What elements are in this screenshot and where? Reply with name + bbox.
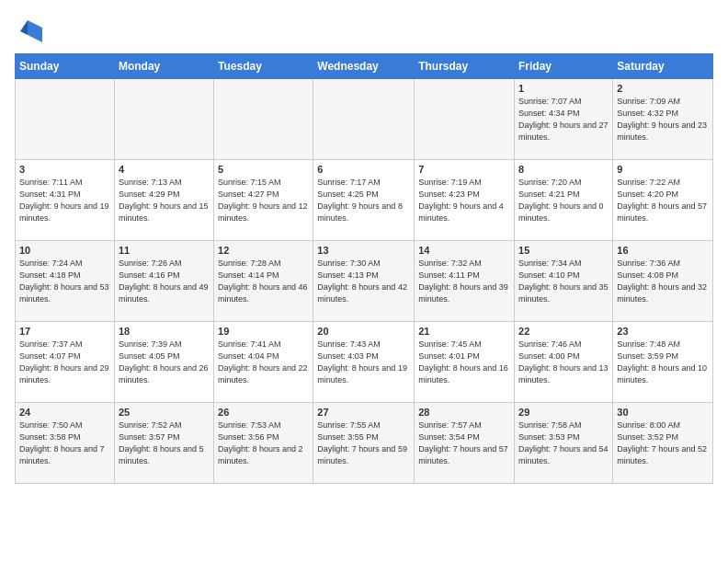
day-number: 24 — [19, 407, 110, 418]
day-number: 11 — [119, 245, 210, 256]
day-number: 21 — [418, 326, 510, 337]
calendar-cell: 19Sunrise: 7:41 AM Sunset: 4:04 PM Dayli… — [214, 322, 313, 403]
day-info: Sunrise: 7:37 AM Sunset: 4:07 PM Dayligh… — [19, 339, 110, 386]
calendar-cell: 7Sunrise: 7:19 AM Sunset: 4:23 PM Daylig… — [415, 160, 515, 241]
week-row-3: 10Sunrise: 7:24 AM Sunset: 4:18 PM Dayli… — [16, 241, 713, 322]
calendar-cell: 6Sunrise: 7:17 AM Sunset: 4:25 PM Daylig… — [313, 160, 415, 241]
calendar-cell: 3Sunrise: 7:11 AM Sunset: 4:31 PM Daylig… — [16, 160, 115, 241]
day-info: Sunrise: 7:28 AM Sunset: 4:14 PM Dayligh… — [218, 258, 309, 305]
day-info: Sunrise: 7:57 AM Sunset: 3:54 PM Dayligh… — [418, 419, 510, 467]
calendar-cell: 12Sunrise: 7:28 AM Sunset: 4:14 PM Dayli… — [214, 241, 313, 322]
day-info: Sunrise: 7:32 AM Sunset: 4:11 PM Dayligh… — [418, 258, 510, 305]
day-number: 12 — [218, 245, 309, 256]
header — [15, 15, 713, 48]
day-number: 20 — [317, 326, 410, 337]
day-info: Sunrise: 7:55 AM Sunset: 3:55 PM Dayligh… — [317, 419, 410, 467]
week-row-2: 3Sunrise: 7:11 AM Sunset: 4:31 PM Daylig… — [16, 160, 713, 241]
day-info: Sunrise: 7:58 AM Sunset: 3:53 PM Dayligh… — [518, 419, 609, 467]
day-info: Sunrise: 7:11 AM Sunset: 4:31 PM Dayligh… — [19, 177, 110, 224]
day-info: Sunrise: 7:52 AM Sunset: 3:57 PM Dayligh… — [119, 419, 210, 467]
calendar-cell: 14Sunrise: 7:32 AM Sunset: 4:11 PM Dayli… — [415, 241, 515, 322]
calendar-cell: 5Sunrise: 7:15 AM Sunset: 4:27 PM Daylig… — [214, 160, 313, 241]
calendar-body: 1Sunrise: 7:07 AM Sunset: 4:34 PM Daylig… — [16, 79, 713, 484]
logo — [15, 15, 44, 48]
calendar-header-row: SundayMondayTuesdayWednesdayThursdayFrid… — [16, 54, 713, 79]
day-number: 28 — [418, 407, 510, 418]
calendar-cell — [214, 79, 313, 160]
day-info: Sunrise: 7:34 AM Sunset: 4:10 PM Dayligh… — [518, 258, 609, 305]
day-info: Sunrise: 8:00 AM Sunset: 3:52 PM Dayligh… — [617, 419, 709, 467]
day-info: Sunrise: 7:19 AM Sunset: 4:23 PM Dayligh… — [418, 177, 510, 224]
calendar-cell: 17Sunrise: 7:37 AM Sunset: 4:07 PM Dayli… — [16, 322, 115, 403]
day-info: Sunrise: 7:50 AM Sunset: 3:58 PM Dayligh… — [19, 419, 110, 467]
day-number: 2 — [617, 83, 709, 94]
calendar-cell: 23Sunrise: 7:48 AM Sunset: 3:59 PM Dayli… — [613, 322, 713, 403]
weekday-header-monday: Monday — [114, 54, 213, 79]
calendar-cell: 22Sunrise: 7:46 AM Sunset: 4:00 PM Dayli… — [515, 322, 613, 403]
calendar-cell: 28Sunrise: 7:57 AM Sunset: 3:54 PM Dayli… — [415, 403, 515, 484]
day-info: Sunrise: 7:30 AM Sunset: 4:13 PM Dayligh… — [317, 258, 410, 305]
weekday-header-tuesday: Tuesday — [214, 54, 313, 79]
day-info: Sunrise: 7:48 AM Sunset: 3:59 PM Dayligh… — [617, 339, 709, 386]
weekday-header-wednesday: Wednesday — [313, 54, 415, 79]
calendar-cell — [114, 79, 213, 160]
calendar-cell: 29Sunrise: 7:58 AM Sunset: 3:53 PM Dayli… — [515, 403, 613, 484]
day-number: 5 — [218, 164, 309, 175]
day-number: 8 — [518, 164, 609, 175]
calendar-cell: 1Sunrise: 7:07 AM Sunset: 4:34 PM Daylig… — [515, 79, 613, 160]
day-number: 15 — [518, 245, 609, 256]
calendar-cell: 4Sunrise: 7:13 AM Sunset: 4:29 PM Daylig… — [114, 160, 213, 241]
calendar-cell: 25Sunrise: 7:52 AM Sunset: 3:57 PM Dayli… — [114, 403, 213, 484]
day-info: Sunrise: 7:26 AM Sunset: 4:16 PM Dayligh… — [119, 258, 210, 305]
day-number: 16 — [617, 245, 709, 256]
weekday-header-thursday: Thursday — [415, 54, 515, 79]
day-number: 13 — [317, 245, 410, 256]
weekday-header-friday: Friday — [515, 54, 613, 79]
day-number: 27 — [317, 407, 410, 418]
day-info: Sunrise: 7:20 AM Sunset: 4:21 PM Dayligh… — [518, 177, 609, 224]
day-number: 30 — [617, 407, 709, 418]
day-number: 4 — [119, 164, 210, 175]
calendar-cell: 10Sunrise: 7:24 AM Sunset: 4:18 PM Dayli… — [16, 241, 115, 322]
calendar-cell: 8Sunrise: 7:20 AM Sunset: 4:21 PM Daylig… — [515, 160, 613, 241]
day-number: 9 — [617, 164, 709, 175]
svg-marker-0 — [28, 20, 42, 42]
calendar-cell: 20Sunrise: 7:43 AM Sunset: 4:03 PM Dayli… — [313, 322, 415, 403]
calendar-cell: 27Sunrise: 7:55 AM Sunset: 3:55 PM Dayli… — [313, 403, 415, 484]
weekday-header-sunday: Sunday — [16, 54, 115, 79]
day-info: Sunrise: 7:24 AM Sunset: 4:18 PM Dayligh… — [19, 258, 110, 305]
day-info: Sunrise: 7:09 AM Sunset: 4:32 PM Dayligh… — [617, 96, 709, 144]
day-number: 10 — [19, 245, 110, 256]
day-info: Sunrise: 7:46 AM Sunset: 4:00 PM Dayligh… — [518, 339, 609, 386]
calendar-cell: 2Sunrise: 7:09 AM Sunset: 4:32 PM Daylig… — [613, 79, 713, 160]
week-row-1: 1Sunrise: 7:07 AM Sunset: 4:34 PM Daylig… — [16, 79, 713, 160]
calendar-cell: 15Sunrise: 7:34 AM Sunset: 4:10 PM Dayli… — [515, 241, 613, 322]
day-number: 22 — [518, 326, 609, 337]
logo-icon — [18, 18, 44, 48]
day-number: 1 — [518, 83, 609, 94]
day-info: Sunrise: 7:45 AM Sunset: 4:01 PM Dayligh… — [418, 339, 510, 386]
calendar-cell: 21Sunrise: 7:45 AM Sunset: 4:01 PM Dayli… — [415, 322, 515, 403]
day-number: 17 — [19, 326, 110, 337]
calendar-cell — [415, 79, 515, 160]
calendar-cell: 13Sunrise: 7:30 AM Sunset: 4:13 PM Dayli… — [313, 241, 415, 322]
day-number: 25 — [119, 407, 210, 418]
calendar-cell: 24Sunrise: 7:50 AM Sunset: 3:58 PM Dayli… — [16, 403, 115, 484]
day-number: 19 — [218, 326, 309, 337]
day-number: 6 — [317, 164, 410, 175]
day-number: 29 — [518, 407, 609, 418]
svg-marker-1 — [20, 20, 28, 35]
day-number: 14 — [418, 245, 510, 256]
day-info: Sunrise: 7:17 AM Sunset: 4:25 PM Dayligh… — [317, 177, 410, 224]
day-number: 3 — [19, 164, 110, 175]
day-number: 7 — [418, 164, 510, 175]
day-info: Sunrise: 7:13 AM Sunset: 4:29 PM Dayligh… — [119, 177, 210, 224]
calendar-cell: 26Sunrise: 7:53 AM Sunset: 3:56 PM Dayli… — [214, 403, 313, 484]
day-info: Sunrise: 7:43 AM Sunset: 4:03 PM Dayligh… — [317, 339, 410, 386]
calendar-cell: 18Sunrise: 7:39 AM Sunset: 4:05 PM Dayli… — [114, 322, 213, 403]
week-row-4: 17Sunrise: 7:37 AM Sunset: 4:07 PM Dayli… — [16, 322, 713, 403]
day-info: Sunrise: 7:53 AM Sunset: 3:56 PM Dayligh… — [218, 419, 309, 467]
day-info: Sunrise: 7:39 AM Sunset: 4:05 PM Dayligh… — [119, 339, 210, 386]
calendar-table: SundayMondayTuesdayWednesdayThursdayFrid… — [15, 53, 713, 484]
calendar-cell: 30Sunrise: 8:00 AM Sunset: 3:52 PM Dayli… — [613, 403, 713, 484]
